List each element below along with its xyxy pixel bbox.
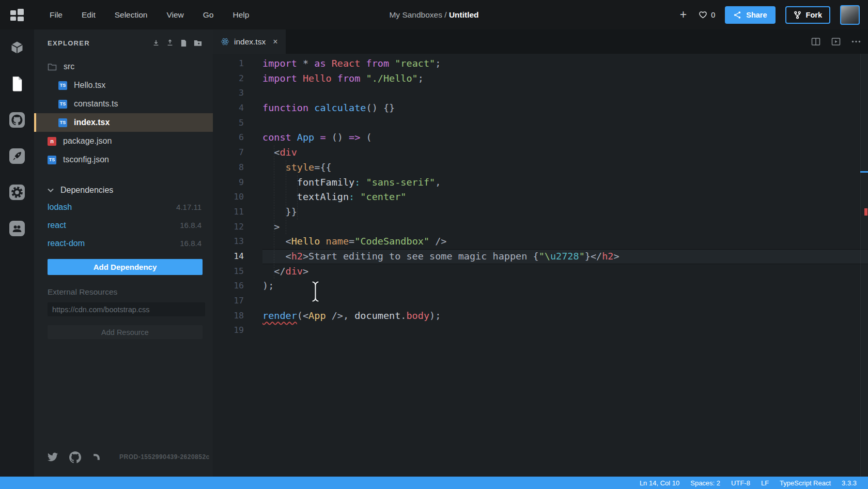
footer: PROD-1552990439-2620852c xyxy=(47,450,210,464)
menu-item-file[interactable]: File xyxy=(50,10,63,20)
status-item[interactable]: Spaces: 2 xyxy=(690,479,720,487)
line-content: textAlign: "center" xyxy=(262,190,868,205)
code-line-6[interactable]: 6const App = () => ( xyxy=(213,130,868,145)
code-line-14[interactable]: 14 <h2>Start editing to see some magic h… xyxy=(213,249,868,264)
status-item[interactable]: 3.3.3 xyxy=(842,479,857,487)
dependency-name[interactable]: react-dom xyxy=(48,239,85,248)
typescript-file-icon: TS xyxy=(48,156,56,164)
code-line-11[interactable]: 11 }} xyxy=(213,205,868,220)
tab-close-icon[interactable]: × xyxy=(273,37,277,47)
code-line-18[interactable]: 18render(<App />, document.body); xyxy=(213,309,868,324)
file-item-src[interactable]: src xyxy=(34,57,213,76)
build-id: PROD-1552990439-2620852c xyxy=(119,453,210,461)
line-content: <div xyxy=(262,145,868,160)
file-tree: srcTSHello.tsxTSconstants.tsTSindex.tsxn… xyxy=(34,57,213,169)
line-number: 19 xyxy=(213,323,244,338)
folder-icon xyxy=(48,63,57,71)
code-line-19[interactable]: 19 xyxy=(213,323,868,338)
codesandbox-cube-icon[interactable] xyxy=(9,40,25,55)
explorer-header-actions xyxy=(152,39,202,47)
dependencies-header[interactable]: Dependencies xyxy=(34,182,213,198)
code-line-7[interactable]: 7 <div xyxy=(213,145,868,160)
dependencies-title: Dependencies xyxy=(60,186,113,195)
live-users-icon[interactable] xyxy=(9,221,25,236)
code-line-9[interactable]: 9 fontFamily: "sans-serif", xyxy=(213,175,868,190)
line-content: function calculate() {} xyxy=(262,101,868,116)
avatar[interactable] xyxy=(840,5,860,25)
file-item-package.json[interactable]: npackage.json xyxy=(34,132,213,150)
new-folder-icon[interactable] xyxy=(194,39,202,47)
github-icon[interactable] xyxy=(69,451,81,463)
menu-item-edit[interactable]: Edit xyxy=(82,10,96,20)
more-icon[interactable] xyxy=(851,40,861,43)
dependency-item-react-dom: react-dom16.8.4 xyxy=(34,234,213,252)
code-line-13[interactable]: 13 <Hello name="CodeSandbox" /> xyxy=(213,234,868,249)
twitter-icon[interactable] xyxy=(47,452,59,462)
status-item[interactable]: TypeScript React xyxy=(780,479,831,487)
file-item-tsconfig.json[interactable]: TStsconfig.json xyxy=(34,150,213,169)
code-line-4[interactable]: 4function calculate() {} xyxy=(213,101,868,116)
code-line-3[interactable]: 3 xyxy=(213,86,868,101)
menu-item-help[interactable]: Help xyxy=(233,10,249,20)
file-item-Hello.tsx[interactable]: TSHello.tsx xyxy=(34,76,213,95)
deployment-rocket-icon[interactable] xyxy=(9,148,25,164)
explorer-sidebar: EXPLORER srcTSHello.tsxTSconstants.tsTSi… xyxy=(34,29,213,477)
ruler-cursor-mark xyxy=(860,171,868,173)
share-button[interactable]: Share xyxy=(725,6,775,24)
likes-control[interactable]: 0 xyxy=(699,10,715,19)
tab-index-tsx[interactable]: index.tsx × xyxy=(213,29,286,54)
dependency-name[interactable]: react xyxy=(48,221,66,230)
line-content: import * as React from "react"; xyxy=(262,56,868,71)
chevron-down-icon xyxy=(48,188,54,193)
menu-item-view[interactable]: View xyxy=(166,10,183,20)
code-line-16[interactable]: 16); xyxy=(213,279,868,294)
code-line-2[interactable]: 2import Hello from "./Hello"; xyxy=(213,71,868,86)
menu-item-selection[interactable]: Selection xyxy=(115,10,148,20)
line-content xyxy=(262,86,868,101)
line-content: const App = () => ( xyxy=(262,130,868,145)
spectrum-icon[interactable] xyxy=(91,452,102,462)
code-line-10[interactable]: 10 textAlign: "center" xyxy=(213,190,868,205)
code-line-8[interactable]: 8 style={{ xyxy=(213,160,868,175)
line-number: 3 xyxy=(213,86,244,101)
code-line-12[interactable]: 12 > xyxy=(213,220,868,235)
line-content: </div> xyxy=(262,264,868,279)
menu-bar: FileEditSelectionViewGoHelp xyxy=(50,10,249,20)
code-line-17[interactable]: 17 xyxy=(213,294,868,309)
menu-item-go[interactable]: Go xyxy=(203,10,214,20)
new-sandbox-button[interactable]: + xyxy=(678,9,689,21)
code-line-1[interactable]: 1import * as React from "react"; xyxy=(213,56,868,71)
upload-icon[interactable] xyxy=(166,39,174,47)
code-line-5[interactable]: 5 xyxy=(213,116,868,131)
explorer-title: EXPLORER xyxy=(48,39,90,47)
code-area[interactable]: 1import * as React from "react";2import … xyxy=(213,54,868,477)
editor-actions xyxy=(811,29,861,54)
add-dependency-button[interactable]: Add Dependency xyxy=(48,259,203,275)
status-item[interactable]: UTF-8 xyxy=(731,479,750,487)
overview-ruler[interactable] xyxy=(860,54,868,477)
file-item-index.tsx[interactable]: TSindex.tsx xyxy=(34,113,213,132)
dependency-name[interactable]: lodash xyxy=(48,203,72,212)
file-label: index.tsx xyxy=(74,118,110,127)
github-icon[interactable] xyxy=(9,112,25,128)
line-number: 4 xyxy=(213,101,244,116)
codesandbox-logo-icon[interactable] xyxy=(0,7,34,23)
likes-count: 0 xyxy=(711,11,715,19)
resource-url-input[interactable] xyxy=(48,302,205,316)
explorer-header: EXPLORER xyxy=(34,32,213,54)
preview-icon[interactable] xyxy=(831,37,841,46)
new-file-icon[interactable] xyxy=(180,39,187,47)
status-item[interactable]: LF xyxy=(761,479,769,487)
status-item[interactable]: Ln 14, Col 10 xyxy=(640,479,679,487)
code-line-15[interactable]: 15 </div> xyxy=(213,264,868,279)
split-view-icon[interactable] xyxy=(811,37,820,46)
file-item-constants.ts[interactable]: TSconstants.ts xyxy=(34,95,213,113)
fork-button[interactable]: Fork xyxy=(785,6,830,24)
file-explorer-icon[interactable] xyxy=(9,76,25,91)
download-icon[interactable] xyxy=(152,39,160,47)
settings-gear-icon[interactable] xyxy=(9,185,25,200)
line-number: 5 xyxy=(213,116,244,131)
line-number: 16 xyxy=(213,279,244,294)
add-resource-button[interactable]: Add Resource xyxy=(48,325,203,339)
typescript-file-icon: TS xyxy=(58,118,67,127)
